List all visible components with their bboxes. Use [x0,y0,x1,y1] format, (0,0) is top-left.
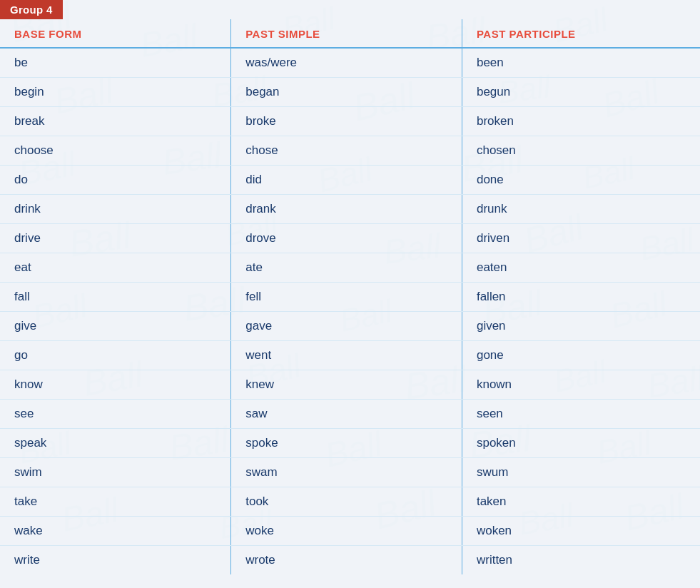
table-row: choosechosechosen [0,136,700,166]
cell-past-participle: chosen [462,136,700,166]
cell-base-form: go [0,341,231,370]
table-row: gowentgone [0,341,700,370]
col-header-past-simple: PAST SIMPLE [231,19,462,48]
cell-base-form: begin [0,78,231,107]
cell-past-simple: ate [231,253,462,283]
table-row: taketooktaken [0,487,700,517]
cell-past-participle: drunk [462,195,700,224]
cell-past-simple: was/were [231,48,462,78]
table-row: knowknewknown [0,370,700,400]
cell-base-form: know [0,370,231,400]
cell-base-form: take [0,487,231,517]
table-row: fallfellfallen [0,283,700,312]
cell-past-participle: taken [462,487,700,517]
cell-past-simple: saw [231,400,462,429]
cell-base-form: see [0,400,231,429]
cell-base-form: break [0,107,231,136]
cell-past-simple: knew [231,370,462,400]
cell-base-form: drink [0,195,231,224]
cell-past-participle: written [462,546,700,575]
cell-past-simple: drank [231,195,462,224]
cell-past-participle: driven [462,224,700,253]
cell-past-participle: fallen [462,283,700,312]
cell-past-simple: fell [231,283,462,312]
group-badge: Group 4 [0,0,700,19]
col-header-base: BASE FORM [0,19,231,48]
table-row: speakspokespoken [0,429,700,458]
cell-past-participle: done [462,166,700,195]
table-row: givegavegiven [0,312,700,341]
cell-past-simple: spoke [231,429,462,458]
table-row: bewas/werebeen [0,48,700,78]
cell-base-form: speak [0,429,231,458]
cell-base-form: give [0,312,231,341]
cell-past-simple: woke [231,517,462,546]
cell-base-form: do [0,166,231,195]
cell-past-simple: took [231,487,462,517]
cell-past-participle: broken [462,107,700,136]
cell-past-participle: given [462,312,700,341]
cell-past-simple: went [231,341,462,370]
table-header-row: BASE FORM PAST SIMPLE PAST PARTICIPLE [0,19,700,48]
table-row: seesawseen [0,400,700,429]
cell-past-simple: swam [231,458,462,487]
cell-past-participle: swum [462,458,700,487]
cell-base-form: fall [0,283,231,312]
table-row: dodiddone [0,166,700,195]
cell-base-form: eat [0,253,231,283]
table-row: writewrotewritten [0,546,700,575]
cell-base-form: choose [0,136,231,166]
cell-past-simple: wrote [231,546,462,575]
table-row: drinkdrankdrunk [0,195,700,224]
cell-past-simple: chose [231,136,462,166]
cell-base-form: drive [0,224,231,253]
cell-past-simple: drove [231,224,462,253]
cell-past-simple: did [231,166,462,195]
cell-base-form: write [0,546,231,575]
cell-base-form: swim [0,458,231,487]
cell-past-simple: began [231,78,462,107]
cell-base-form: wake [0,517,231,546]
cell-past-participle: seen [462,400,700,429]
cell-past-participle: eaten [462,253,700,283]
irregular-verbs-table: BASE FORM PAST SIMPLE PAST PARTICIPLE be… [0,19,700,574]
table-row: drivedrovedriven [0,224,700,253]
col-header-past-participle: PAST PARTICIPLE [462,19,700,48]
cell-past-simple: broke [231,107,462,136]
verb-table-wrapper: BASE FORM PAST SIMPLE PAST PARTICIPLE be… [0,19,700,574]
cell-past-participle: gone [462,341,700,370]
cell-past-simple: gave [231,312,462,341]
table-row: beginbeganbegun [0,78,700,107]
table-row: breakbrokebroken [0,107,700,136]
table-row: eatateeaten [0,253,700,283]
page-container: Group 4 BASE FORM PAST SIMPLE PAST PARTI… [0,0,700,588]
cell-past-participle: begun [462,78,700,107]
table-row: wakewokewoken [0,517,700,546]
cell-base-form: be [0,48,231,78]
table-row: swimswamswum [0,458,700,487]
cell-past-participle: known [462,370,700,400]
cell-past-participle: spoken [462,429,700,458]
cell-past-participle: been [462,48,700,78]
group-title: Group 4 [0,0,63,19]
cell-past-participle: woken [462,517,700,546]
